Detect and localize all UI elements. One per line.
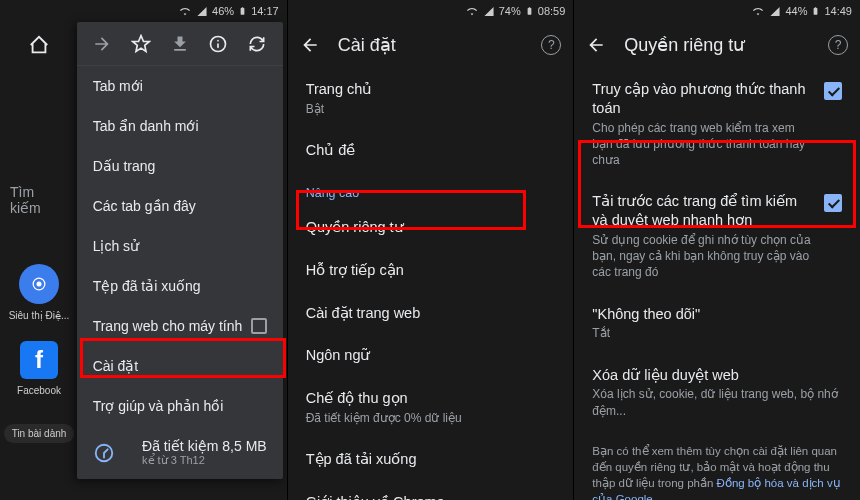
privacy-dnt[interactable]: "Không theo dõi" Tắt (592, 293, 842, 354)
menu-history[interactable]: Lịch sử (77, 226, 283, 266)
battery-icon (238, 4, 247, 18)
privacy-clear-data[interactable]: Xóa dữ liệu duyệt web Xóa lịch sử, cooki… (592, 354, 842, 431)
bookmark-icon[interactable] (131, 34, 151, 54)
data-saved-title: Đã tiết kiệm 8,5 MB (142, 438, 267, 454)
settings-site[interactable]: Cài đặt trang web (306, 292, 556, 335)
desktop-site-checkbox[interactable] (251, 318, 267, 334)
refresh-icon[interactable] (247, 34, 267, 54)
section-advanced: Nâng cao (306, 172, 556, 206)
battery-icon (811, 4, 820, 18)
preload-checkbox[interactable] (824, 194, 842, 212)
menu-desktop-site[interactable]: Trang web cho máy tính (77, 306, 283, 346)
help-icon[interactable]: ? (541, 35, 561, 55)
wifi-icon (178, 6, 192, 17)
menu-data-saved[interactable]: Đã tiết kiệm 8,5 MB kể từ 3 Th12 (77, 426, 283, 479)
app-bar: Cài đặt ? (288, 22, 574, 68)
page-title: Quyền riêng tư (624, 34, 810, 56)
home-icon[interactable] (28, 34, 50, 176)
wifi-icon (751, 6, 765, 17)
app-bar: Quyền riêng tư ? (574, 22, 860, 68)
speedometer-icon (93, 442, 115, 464)
battery-text: 74% (499, 5, 521, 17)
phone-2-screen: 74% 08:59 Cài đặt ? Trang chủ Bật Chủ đề… (287, 0, 574, 500)
menu-recent-tabs[interactable]: Các tab gần đây (77, 186, 283, 226)
news-chip[interactable]: Tin bài dành (4, 424, 75, 443)
settings-accessibility[interactable]: Hỗ trợ tiếp cận (306, 249, 556, 292)
settings-datasaver[interactable]: Chế độ thu gọn Đã tiết kiệm được 0% dữ l… (306, 377, 556, 438)
settings-language[interactable]: Ngôn ngữ (306, 334, 556, 377)
menu-incognito[interactable]: Tab ẩn danh mới (77, 106, 283, 146)
settings-about[interactable]: Giới thiệu về Chrome (306, 481, 556, 500)
settings-downloads[interactable]: Tệp đã tải xuống (306, 438, 556, 481)
status-bar: 44% 14:49 (574, 0, 860, 22)
overflow-menu: Tab mới Tab ẩn danh mới Dấu trang Các ta… (77, 22, 283, 479)
clock-text: 14:17 (251, 5, 279, 17)
svg-point-0 (37, 282, 42, 287)
payment-checkbox[interactable] (824, 82, 842, 100)
signal-icon (769, 6, 781, 17)
phone-1-screen: 46% 14:17 Tìm kiếm Siêu thị Điệ... f Fac… (0, 0, 287, 500)
status-bar: 74% 08:59 (288, 0, 574, 22)
menu-settings[interactable]: Cài đặt (77, 346, 283, 386)
clock-text: 08:59 (538, 5, 566, 17)
battery-text: 46% (212, 5, 234, 17)
download-icon[interactable] (170, 34, 190, 54)
quick-link-1-label: Siêu thị Điệ... (9, 310, 70, 321)
battery-text: 44% (785, 5, 807, 17)
signal-icon (483, 6, 495, 17)
privacy-payment-access[interactable]: Truy cập vào phương thức thanh toán Cho … (592, 68, 842, 180)
settings-homepage[interactable]: Trang chủ Bật (306, 68, 556, 129)
info-icon[interactable] (208, 34, 228, 54)
forward-icon[interactable] (92, 34, 112, 54)
signal-icon (196, 6, 208, 17)
clock-text: 14:49 (824, 5, 852, 17)
menu-help[interactable]: Trợ giúp và phản hồi (77, 386, 283, 426)
settings-theme[interactable]: Chủ đề (306, 129, 556, 172)
privacy-footnote: Bạn có thể xem thêm tùy chọn cài đặt liê… (592, 431, 842, 500)
help-icon[interactable]: ? (828, 35, 848, 55)
quick-link-2-label: Facebook (17, 385, 61, 396)
settings-privacy[interactable]: Quyền riêng tư (306, 206, 556, 249)
phone-3-screen: 44% 14:49 Quyền riêng tư ? Truy cập vào … (573, 0, 860, 500)
back-icon[interactable] (300, 35, 320, 55)
menu-new-tab[interactable]: Tab mới (77, 66, 283, 106)
quick-link-1[interactable] (19, 264, 59, 304)
wifi-icon (465, 6, 479, 17)
search-input[interactable]: Tìm kiếm (0, 176, 78, 224)
page-title: Cài đặt (338, 34, 524, 56)
menu-downloads[interactable]: Tệp đã tải xuống (77, 266, 283, 306)
data-saved-sub: kể từ 3 Th12 (142, 454, 267, 467)
back-icon[interactable] (586, 35, 606, 55)
battery-icon (525, 4, 534, 18)
privacy-preload[interactable]: Tải trước các trang để tìm kiếm và duyệt… (592, 180, 842, 292)
quick-link-2[interactable]: f (20, 341, 58, 379)
browser-home: Tìm kiếm Siêu thị Điệ... f Facebook Tin … (0, 22, 78, 500)
status-bar: 46% 14:17 (0, 0, 287, 22)
menu-bookmarks[interactable]: Dấu trang (77, 146, 283, 186)
